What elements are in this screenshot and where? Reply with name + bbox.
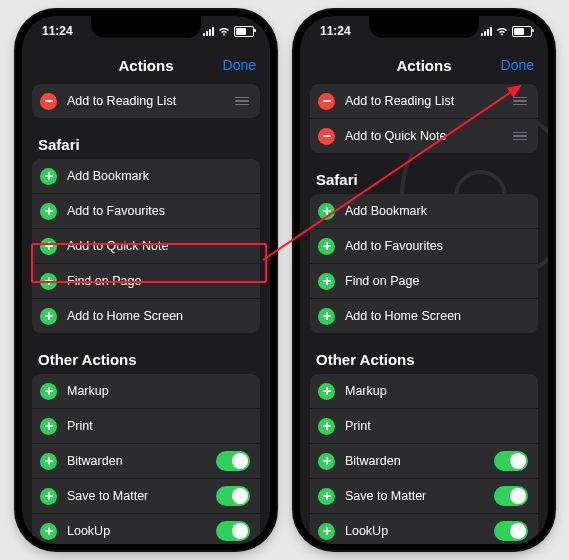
add-icon[interactable] bbox=[40, 168, 57, 185]
toggle-switch[interactable] bbox=[216, 486, 250, 506]
nav-header: Actions Done bbox=[22, 46, 270, 84]
wifi-icon bbox=[496, 27, 508, 36]
row-label: Add to Home Screen bbox=[67, 309, 252, 323]
row-label: Print bbox=[67, 419, 252, 433]
row-label: Add to Favourites bbox=[67, 204, 252, 218]
status-time: 11:24 bbox=[42, 24, 73, 38]
row-label: LookUp bbox=[67, 524, 216, 538]
list-item[interactable]: Save to Matter bbox=[32, 479, 260, 514]
included-group: Add to Reading List bbox=[32, 84, 260, 118]
drag-handle-icon[interactable] bbox=[512, 97, 528, 106]
row-label: Add to Home Screen bbox=[345, 309, 530, 323]
toggle-switch[interactable] bbox=[494, 451, 528, 471]
list-item[interactable]: Markup bbox=[32, 374, 260, 409]
done-button[interactable]: Done bbox=[501, 57, 534, 73]
list-item[interactable]: Add Bookmark bbox=[310, 194, 538, 229]
row-label: Markup bbox=[345, 384, 530, 398]
list-item[interactable]: Add to Favourites bbox=[32, 194, 260, 229]
section-other-title: Other Actions bbox=[310, 333, 538, 374]
done-button[interactable]: Done bbox=[223, 57, 256, 73]
drag-handle-icon[interactable] bbox=[234, 97, 250, 106]
remove-icon[interactable] bbox=[318, 128, 335, 145]
remove-icon[interactable] bbox=[318, 93, 335, 110]
list-item[interactable]: Add to Quick Note bbox=[310, 119, 538, 153]
list-item[interactable]: Add to Quick Note bbox=[32, 229, 260, 264]
section-safari-title: Safari bbox=[310, 153, 538, 194]
page-title: Actions bbox=[396, 57, 451, 74]
list-item[interactable]: Add to Reading List bbox=[32, 84, 260, 118]
row-label: Save to Matter bbox=[345, 489, 494, 503]
toggle-switch[interactable] bbox=[216, 521, 250, 541]
add-icon[interactable] bbox=[40, 488, 57, 505]
row-label: Add to Quick Note bbox=[67, 239, 252, 253]
battery-icon bbox=[234, 26, 254, 37]
add-icon[interactable] bbox=[40, 418, 57, 435]
signal-icon bbox=[203, 27, 214, 36]
row-label: Add to Reading List bbox=[67, 94, 234, 108]
row-label: Add Bookmark bbox=[67, 169, 252, 183]
notch bbox=[369, 16, 479, 38]
row-label: Add Bookmark bbox=[345, 204, 530, 218]
add-icon[interactable] bbox=[318, 383, 335, 400]
list-item[interactable]: Markup bbox=[310, 374, 538, 409]
battery-icon bbox=[512, 26, 532, 37]
add-icon[interactable] bbox=[40, 238, 57, 255]
row-label: Markup bbox=[67, 384, 252, 398]
phone-left: 11:24 Actions Done Add to Reading List S… bbox=[16, 10, 276, 550]
list-item[interactable]: Print bbox=[32, 409, 260, 444]
row-label: Add to Quick Note bbox=[345, 129, 512, 143]
list-item[interactable]: Bitwarden bbox=[310, 444, 538, 479]
toggle-switch[interactable] bbox=[494, 486, 528, 506]
list-item[interactable]: Find on Page bbox=[32, 264, 260, 299]
section-safari-title: Safari bbox=[32, 118, 260, 159]
toggle-switch[interactable] bbox=[216, 451, 250, 471]
other-group: Markup Print Bitwarden Save to Matter bbox=[310, 374, 538, 544]
status-time: 11:24 bbox=[320, 24, 351, 38]
list-item[interactable]: LookUp bbox=[32, 514, 260, 544]
add-icon[interactable] bbox=[318, 308, 335, 325]
row-label: Bitwarden bbox=[67, 454, 216, 468]
row-label: Print bbox=[345, 419, 530, 433]
nav-header: Actions Done bbox=[300, 46, 548, 84]
add-icon[interactable] bbox=[318, 238, 335, 255]
add-icon[interactable] bbox=[318, 523, 335, 540]
list-item[interactable]: Add to Home Screen bbox=[32, 299, 260, 333]
add-icon[interactable] bbox=[318, 203, 335, 220]
add-icon[interactable] bbox=[40, 523, 57, 540]
list-item[interactable]: Add to Home Screen bbox=[310, 299, 538, 333]
row-label: Add to Favourites bbox=[345, 239, 530, 253]
list-item[interactable]: Add to Reading List bbox=[310, 84, 538, 119]
section-other-title: Other Actions bbox=[32, 333, 260, 374]
add-icon[interactable] bbox=[40, 273, 57, 290]
toggle-switch[interactable] bbox=[494, 521, 528, 541]
add-icon[interactable] bbox=[40, 203, 57, 220]
drag-handle-icon[interactable] bbox=[512, 132, 528, 141]
list-item[interactable]: Add Bookmark bbox=[32, 159, 260, 194]
other-group: Markup Print Bitwarden Save to Matter bbox=[32, 374, 260, 544]
phone-right: 11:24 Actions Done Add to Reading List bbox=[294, 10, 554, 550]
add-icon[interactable] bbox=[318, 418, 335, 435]
safari-group: Add Bookmark Add to Favourites Find on P… bbox=[310, 194, 538, 333]
add-icon[interactable] bbox=[40, 453, 57, 470]
safari-group: Add Bookmark Add to Favourites Add to Qu… bbox=[32, 159, 260, 333]
list-item[interactable]: Print bbox=[310, 409, 538, 444]
wifi-icon bbox=[218, 27, 230, 36]
notch bbox=[91, 16, 201, 38]
list-item[interactable]: Find on Page bbox=[310, 264, 538, 299]
row-label: Bitwarden bbox=[345, 454, 494, 468]
list-item[interactable]: LookUp bbox=[310, 514, 538, 544]
add-icon[interactable] bbox=[40, 383, 57, 400]
list-item[interactable]: Add to Favourites bbox=[310, 229, 538, 264]
list-item[interactable]: Save to Matter bbox=[310, 479, 538, 514]
add-icon[interactable] bbox=[318, 488, 335, 505]
add-icon[interactable] bbox=[318, 273, 335, 290]
list-item[interactable]: Bitwarden bbox=[32, 444, 260, 479]
add-icon[interactable] bbox=[318, 453, 335, 470]
row-label: LookUp bbox=[345, 524, 494, 538]
row-label: Find on Page bbox=[67, 274, 252, 288]
page-title: Actions bbox=[118, 57, 173, 74]
remove-icon[interactable] bbox=[40, 93, 57, 110]
add-icon[interactable] bbox=[40, 308, 57, 325]
included-group: Add to Reading List Add to Quick Note bbox=[310, 84, 538, 153]
row-label: Save to Matter bbox=[67, 489, 216, 503]
